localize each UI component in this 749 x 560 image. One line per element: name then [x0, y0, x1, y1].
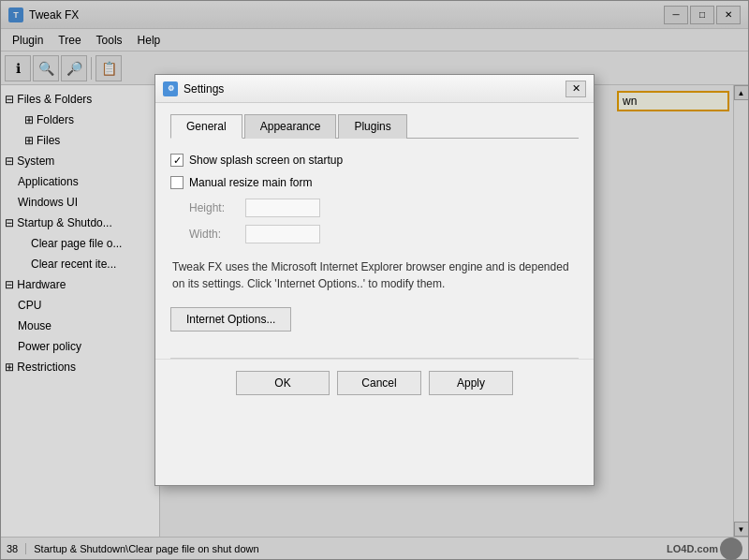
dialog-icon: ⚙ — [163, 81, 178, 96]
height-label: Height: — [189, 201, 245, 214]
dialog-body: General Appearance Plugins Show splash s… — [155, 103, 594, 358]
tab-bar: General Appearance Plugins — [170, 114, 579, 139]
ok-button[interactable]: OK — [236, 371, 330, 395]
show-splash-label: Show splash screen on startup — [189, 154, 343, 167]
width-input[interactable] — [245, 225, 320, 243]
show-splash-checkbox[interactable] — [170, 154, 184, 167]
info-text: Tweak FX uses the Microsoft Internet Exp… — [170, 258, 579, 292]
dialog-title-bar: ⚙ Settings ✕ — [155, 75, 594, 103]
dialog-footer: OK Cancel Apply — [155, 359, 594, 406]
apply-button[interactable]: Apply — [429, 371, 513, 395]
tab-plugins[interactable]: Plugins — [338, 114, 406, 139]
show-splash-row: Show splash screen on startup — [170, 154, 579, 167]
tab-appearance[interactable]: Appearance — [244, 114, 337, 139]
internet-options-button[interactable]: Internet Options... — [170, 307, 291, 332]
width-label: Width: — [189, 228, 245, 241]
main-window: T Tweak FX ─ □ ✕ Plugin Tree Tools Help … — [0, 0, 749, 560]
settings-dialog: ⚙ Settings ✕ General Appearance Plugins — [154, 74, 595, 486]
manual-resize-label: Manual resize main form — [189, 176, 312, 189]
manual-resize-row: Manual resize main form — [170, 176, 579, 189]
dialog-close-button[interactable]: ✕ — [565, 81, 586, 97]
cancel-button[interactable]: Cancel — [337, 371, 421, 395]
width-field-row: Width: — [170, 225, 579, 243]
modal-overlay: ⚙ Settings ✕ General Appearance Plugins — [0, 0, 749, 560]
dialog-title: Settings — [184, 82, 565, 96]
tab-general[interactable]: General — [170, 114, 242, 139]
manual-resize-checkbox-wrapper[interactable]: Manual resize main form — [170, 176, 312, 189]
height-input[interactable] — [245, 199, 320, 217]
general-tab-content: Show splash screen on startup Manual res… — [170, 154, 579, 346]
show-splash-checkbox-wrapper[interactable]: Show splash screen on startup — [170, 154, 343, 167]
height-field-row: Height: — [170, 199, 579, 217]
manual-resize-checkbox[interactable] — [170, 176, 184, 189]
